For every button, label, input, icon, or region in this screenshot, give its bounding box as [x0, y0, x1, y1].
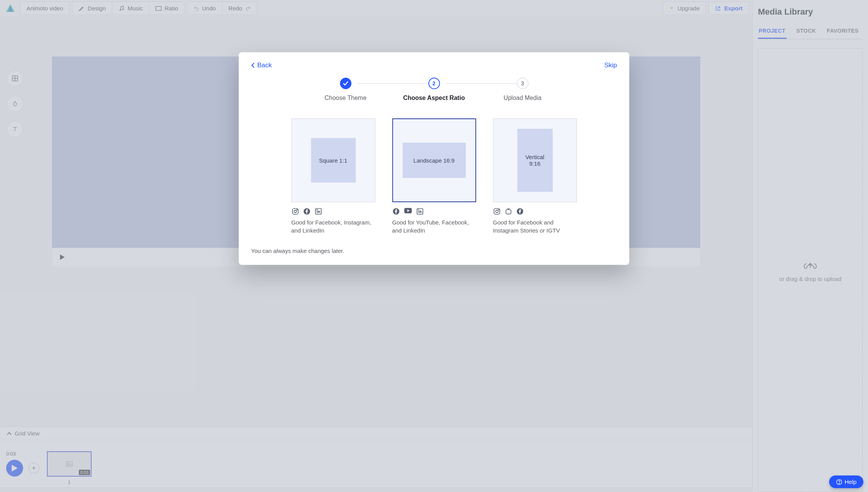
facebook-icon [303, 208, 310, 215]
youtube-icon [404, 208, 412, 215]
instagram-icon [493, 208, 501, 215]
step-1[interactable]: Choose Theme [301, 78, 390, 101]
ratio-option-square[interactable]: Square 1:1 Good for Facebook, Instagram,… [291, 118, 375, 234]
modal-skip-button[interactable]: Skip [604, 62, 617, 69]
svg-point-35 [839, 483, 839, 484]
facebook-icon [392, 208, 400, 215]
help-button[interactable]: Help [829, 475, 863, 488]
aspect-ratio-modal: Back Skip Choose Theme 2 Choose Aspect R… [239, 52, 629, 265]
svg-point-27 [418, 209, 419, 210]
linkedin-icon [314, 208, 322, 215]
linkedin-icon [416, 208, 424, 215]
modal-footnote: You can always make changes later. [251, 248, 617, 254]
check-icon [343, 81, 348, 86]
ratio-option-landscape[interactable]: Landscape 16:9 Good for YouTube, Faceboo… [392, 118, 476, 234]
svg-rect-32 [506, 209, 511, 214]
svg-point-15 [294, 210, 297, 213]
instagram-icon [291, 208, 299, 215]
igtv-icon [504, 208, 512, 215]
step-3[interactable]: 3 Upload Media [478, 78, 567, 101]
step-2[interactable]: 2 Choose Aspect Ratio [390, 78, 478, 101]
chevron-left-icon [251, 63, 255, 68]
svg-point-16 [297, 209, 297, 210]
modal-back-button[interactable]: Back [251, 62, 272, 69]
svg-point-20 [317, 209, 317, 210]
modal-stepper: Choose Theme 2 Choose Aspect Ratio 3 Upl… [251, 78, 617, 101]
svg-point-30 [496, 210, 498, 213]
svg-point-31 [498, 209, 499, 210]
question-icon [836, 479, 842, 485]
ratio-option-vertical[interactable]: Vertical9:16 Good for Facebook and Insta… [493, 118, 577, 234]
facebook-icon [516, 208, 524, 215]
